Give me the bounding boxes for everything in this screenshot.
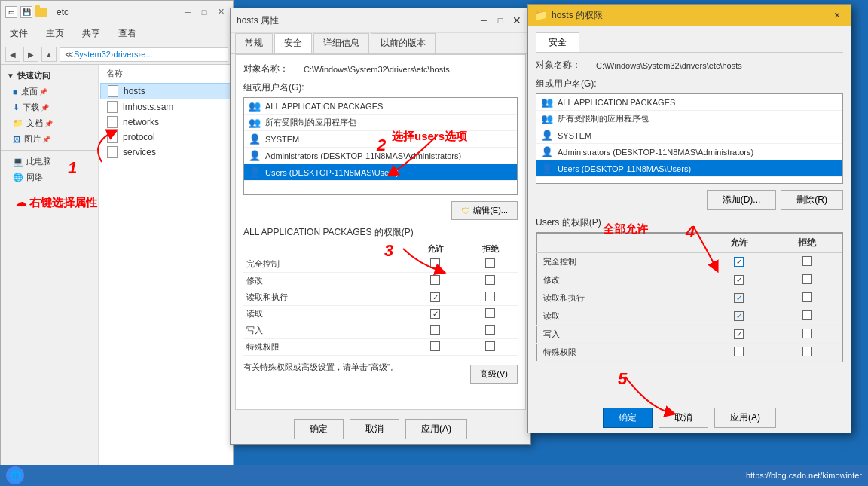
rights-perm-deny-modify[interactable] xyxy=(773,271,842,289)
checkbox-modify-deny[interactable] xyxy=(485,275,495,285)
tab-previous[interactable]: 以前的版本 xyxy=(371,33,436,53)
sidebar-item-network[interactable]: 🌐 网络 xyxy=(1,170,98,185)
advanced-btn[interactable]: 高级(V) xyxy=(470,365,518,384)
checkbox-full-deny[interactable] xyxy=(485,258,495,268)
perm-allow-special[interactable] xyxy=(408,339,463,356)
user-item-restricted[interactable]: 👥 所有受限制的应用程序包 xyxy=(244,115,517,131)
file-item-protocol[interactable]: protocol xyxy=(100,130,231,145)
checkbox-special-deny[interactable] xyxy=(485,341,495,351)
file-item-networks[interactable]: networks xyxy=(100,115,231,130)
checkbox-rights-full-deny[interactable] xyxy=(802,256,812,266)
taskbar-chrome-icon[interactable]: 🌐 xyxy=(6,466,24,484)
checkbox-full-allow[interactable] xyxy=(430,258,440,268)
perm-deny-write[interactable] xyxy=(463,322,518,339)
checkbox-read-allow[interactable] xyxy=(430,309,440,319)
rights-apply-btn[interactable]: 应用(A) xyxy=(714,408,776,428)
rights-ok-btn[interactable]: 确定 xyxy=(603,408,653,428)
maximize-btn[interactable]: □ xyxy=(197,5,212,20)
rights-perm-deny-write[interactable] xyxy=(773,326,842,344)
user-item-all-app[interactable]: 👥 ALL APPLICATION PACKAGES xyxy=(244,98,517,115)
rights-user-users[interactable]: 👤 Users (DESKTOP-11N8MAS\Users) xyxy=(536,160,842,177)
perm-allow-full[interactable] xyxy=(408,256,463,273)
properties-close-btn[interactable]: ✕ xyxy=(509,13,524,28)
rights-cancel-btn[interactable]: 取消 xyxy=(659,408,708,428)
checkbox-read-deny[interactable] xyxy=(485,308,495,318)
perm-deny-full[interactable] xyxy=(463,256,518,273)
rights-perm-allow-read-exec[interactable] xyxy=(704,289,773,307)
perm-deny-modify[interactable] xyxy=(463,273,518,289)
properties-apply-btn[interactable]: 应用(A) xyxy=(405,419,467,439)
perm-deny-read-exec[interactable] xyxy=(463,289,518,306)
checkbox-rights-special-deny[interactable] xyxy=(802,347,812,356)
rights-user-restricted[interactable]: 👥 所有受限制的应用程序包 xyxy=(536,111,842,127)
protocol-file-icon xyxy=(106,131,118,143)
checkbox-rights-write-deny[interactable] xyxy=(802,329,812,338)
up-btn[interactable]: ▲ xyxy=(41,47,57,62)
checkbox-rights-read-exec-deny[interactable] xyxy=(802,292,812,302)
back-btn[interactable]: ◀ xyxy=(5,47,20,62)
rights-perm-allow-write[interactable] xyxy=(704,326,773,344)
rights-perm-deny-special[interactable] xyxy=(773,344,842,362)
tab-security[interactable]: 安全 xyxy=(274,33,312,53)
user-item-users[interactable]: 👤 Users (DESKTOP-11N8MAS\Users) xyxy=(244,164,517,181)
checkbox-rights-full-allow[interactable] xyxy=(734,257,744,267)
perm-allow-read[interactable] xyxy=(408,306,463,322)
remove-user-btn[interactable]: 删除(R) xyxy=(781,190,843,210)
rights-close-btn[interactable]: × xyxy=(830,8,845,23)
address-input[interactable]: ≪ System32 › drivers › e... xyxy=(60,47,228,62)
sidebar-item-desktop[interactable]: ■ 桌面 📌 xyxy=(1,84,98,99)
perm-deny-special[interactable] xyxy=(463,339,518,356)
properties-minimize-btn[interactable]: ─ xyxy=(476,13,491,28)
add-user-btn[interactable]: 添加(D)... xyxy=(707,190,777,210)
perm-allow-write[interactable] xyxy=(408,322,463,339)
file-item-lmhosts[interactable]: lmhosts.sam xyxy=(100,99,231,115)
checkbox-rights-read-exec-allow[interactable] xyxy=(734,293,744,303)
rights-perm-allow-full[interactable] xyxy=(704,253,773,271)
perm-allow-modify[interactable] xyxy=(408,273,463,289)
perm-allow-read-exec[interactable] xyxy=(408,289,463,306)
rights-tab-security[interactable]: 安全 xyxy=(536,32,579,52)
ribbon-tab-share[interactable]: 共享 xyxy=(78,26,105,41)
sidebar-item-this-pc[interactable]: 💻 此电脑 xyxy=(1,154,98,170)
sidebar-item-documents[interactable]: 📁 文档 📌 xyxy=(1,115,98,131)
rights-user-system[interactable]: 👤 SYSTEM xyxy=(536,127,842,144)
perm-deny-read[interactable] xyxy=(463,306,518,322)
sidebar-item-downloads[interactable]: ⬇ 下载 📌 xyxy=(1,99,98,115)
checkbox-write-allow[interactable] xyxy=(430,325,440,335)
checkbox-rights-read-allow[interactable] xyxy=(734,311,744,321)
rights-perm-allow-read[interactable] xyxy=(704,307,773,326)
ribbon-tab-file[interactable]: 文件 xyxy=(5,26,32,41)
checkbox-rights-special-allow[interactable] xyxy=(734,347,744,356)
file-item-services[interactable]: services xyxy=(100,145,231,160)
forward-btn[interactable]: ▶ xyxy=(23,47,38,62)
rights-perm-allow-modify[interactable] xyxy=(704,271,773,289)
checkbox-read-exec-deny[interactable] xyxy=(485,292,495,301)
rights-perm-deny-read[interactable] xyxy=(773,307,842,326)
checkbox-rights-read-deny[interactable] xyxy=(802,310,812,320)
sidebar-item-pictures[interactable]: 🖼 图片 📌 xyxy=(1,131,98,147)
ribbon-tab-home[interactable]: 主页 xyxy=(41,26,69,41)
rights-perm-allow-special[interactable] xyxy=(704,344,773,362)
minimize-btn[interactable]: ─ xyxy=(180,5,195,20)
ribbon-tab-view[interactable]: 查看 xyxy=(114,26,141,41)
rights-user-all-app[interactable]: 👥 ALL APPLICATION PACKAGES xyxy=(536,94,842,111)
checkbox-rights-modify-allow[interactable] xyxy=(734,275,744,285)
tab-general[interactable]: 常规 xyxy=(235,33,273,53)
checkbox-write-deny[interactable] xyxy=(485,325,495,335)
properties-maximize-btn[interactable]: □ xyxy=(493,13,508,28)
edit-permissions-btn[interactable]: 🛡 编辑(E)... xyxy=(451,201,518,220)
tab-details[interactable]: 详细信息 xyxy=(313,33,369,53)
close-btn[interactable]: ✕ xyxy=(213,5,228,20)
checkbox-rights-write-allow[interactable] xyxy=(734,329,744,339)
file-item-hosts[interactable]: hosts xyxy=(100,83,231,99)
rights-user-admins[interactable]: 👤 Administrators (DESKTOP-11N8MAS\Admini… xyxy=(536,144,842,160)
properties-ok-btn[interactable]: 确定 xyxy=(294,419,344,439)
rights-perm-deny-full[interactable] xyxy=(773,253,842,271)
checkbox-special-allow[interactable] xyxy=(430,341,440,351)
checkbox-modify-allow[interactable] xyxy=(430,275,440,285)
checkbox-read-exec-allow[interactable] xyxy=(430,292,440,302)
rights-user-icon-users: 👤 xyxy=(541,163,553,174)
checkbox-rights-modify-deny[interactable] xyxy=(802,274,812,284)
properties-cancel-btn[interactable]: 取消 xyxy=(350,419,399,439)
rights-perm-deny-read-exec[interactable] xyxy=(773,289,842,307)
